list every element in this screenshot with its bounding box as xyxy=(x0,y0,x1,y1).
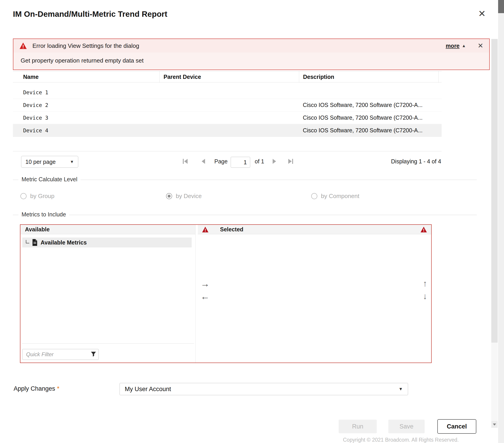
column-header-description[interactable]: Description xyxy=(299,71,439,82)
table-body: Device 1 Device 2 Cisco IOS Software, 72… xyxy=(13,86,442,137)
radio-icon xyxy=(311,193,317,199)
table-header-row: Name Parent Device Description xyxy=(13,71,442,83)
radio-label: by Component xyxy=(321,193,359,200)
page-of-label: of 1 xyxy=(255,158,264,165)
chevron-down-icon: ▼ xyxy=(398,387,403,392)
previous-page-icon[interactable] xyxy=(198,156,208,166)
tree-item-label: Available Metrics xyxy=(41,239,87,246)
per-page-select[interactable]: 10 per page ▼ xyxy=(21,156,78,168)
move-down-button[interactable]: ↓ xyxy=(423,292,427,301)
error-message: Error loading View Settings for the dial… xyxy=(33,42,139,49)
pagination-bar: 10 per page ▼ Page of 1 Displaying 1 - 4… xyxy=(13,151,442,172)
error-detail: Get property operation returned empty da… xyxy=(13,52,489,69)
error-banner-header: Error loading View Settings for the dial… xyxy=(13,39,489,52)
trend-report-dialog: IM On-Demand/Multi-Metric Trend Report ✕… xyxy=(0,0,504,443)
radio-by-component[interactable]: by Component xyxy=(311,193,359,200)
scroll-down-icon xyxy=(493,424,496,426)
radio-selected-icon xyxy=(166,193,172,199)
metrics-dual-list: Available Available Metrics xyxy=(20,224,432,363)
metric-level-fieldset: Metric Calculate Level xyxy=(13,180,477,180)
warning-icon xyxy=(19,42,27,49)
browser-scrollbar-thumb[interactable] xyxy=(498,0,504,13)
warning-icon xyxy=(420,226,427,233)
page-label: Page xyxy=(214,158,228,165)
cell-name: Device 4 xyxy=(13,128,160,134)
error-more-link[interactable]: more xyxy=(446,43,460,49)
filter-funnel-icon[interactable] xyxy=(90,351,96,357)
quick-filter-input[interactable] xyxy=(22,349,99,360)
quick-filter xyxy=(22,349,99,360)
cell-name: Device 2 xyxy=(13,102,160,108)
required-asterisk: * xyxy=(57,385,59,392)
available-panel-header: Available xyxy=(20,225,195,234)
browser-scrollbar-track[interactable] xyxy=(498,0,504,443)
copyright-text: Copyright © 2021 Broadcom. All Rights Re… xyxy=(343,437,493,443)
apply-changes-text: Apply Changes xyxy=(14,385,55,392)
radio-label: by Group xyxy=(30,193,54,200)
metric-level-legend: Metric Calculate Level xyxy=(18,176,81,183)
available-metrics-tree-item[interactable]: Available Metrics xyxy=(22,238,192,247)
metrics-fieldset: Metrics to Include xyxy=(13,215,477,215)
run-button[interactable]: Run xyxy=(339,420,377,433)
selected-panel-header: Selected xyxy=(198,225,431,234)
radio-label: by Device xyxy=(176,193,202,200)
cell-name: Device 1 xyxy=(13,89,160,95)
cancel-button[interactable]: Cancel xyxy=(437,419,476,434)
screen: IM On-Demand/Multi-Metric Trend Report ✕… xyxy=(0,0,504,443)
radio-by-group[interactable]: by Group xyxy=(20,193,54,200)
page-number-input[interactable] xyxy=(231,157,250,168)
cell-description: Cisco IOS Software, 7200 Software (C7200… xyxy=(299,127,442,134)
column-header-name[interactable]: Name xyxy=(13,74,160,80)
page-title: IM On-Demand/Multi-Metric Trend Report xyxy=(13,10,167,18)
column-header-parent-device[interactable]: Parent Device xyxy=(160,71,299,82)
per-page-value: 10 per page xyxy=(25,159,70,165)
available-title: Available xyxy=(25,226,50,233)
document-icon xyxy=(32,239,37,246)
scroll-down-button[interactable] xyxy=(491,421,498,428)
last-page-icon[interactable] xyxy=(286,156,296,166)
dialog-close-icon[interactable]: ✕ xyxy=(478,9,486,18)
cell-description: Cisco IOS Software, 7200 Software (C7200… xyxy=(299,102,442,108)
metrics-legend: Metrics to Include xyxy=(18,211,69,218)
apply-changes-value: My User Account xyxy=(125,386,398,393)
selected-panel: Selected → ← ↑ ↓ xyxy=(198,225,431,363)
error-banner: Error loading View Settings for the dial… xyxy=(13,38,490,70)
collapse-caret-icon[interactable]: ▲ xyxy=(462,44,466,48)
dialog-scrollbar-thumb[interactable] xyxy=(491,39,498,343)
chevron-down-icon: ▼ xyxy=(70,159,74,164)
displaying-status: Displaying 1 - 4 of 4 xyxy=(391,158,441,165)
table-row[interactable]: Device 1 xyxy=(13,86,442,99)
apply-changes-label: Apply Changes* xyxy=(14,385,59,392)
cell-name: Device 3 xyxy=(13,115,160,121)
radio-icon xyxy=(20,193,27,199)
table-row-highlighted[interactable]: Device 4 Cisco IOS Software, 7200 Softwa… xyxy=(13,124,442,137)
divider xyxy=(22,343,194,343)
move-up-button[interactable]: ↑ xyxy=(423,279,427,288)
move-left-button[interactable]: ← xyxy=(200,292,210,301)
warning-icon xyxy=(202,226,209,233)
table-row[interactable]: Device 2 Cisco IOS Software, 7200 Softwa… xyxy=(13,99,442,111)
selected-title: Selected xyxy=(220,226,243,233)
first-page-icon[interactable] xyxy=(180,156,190,166)
device-table: Name Parent Device Description Device 1 … xyxy=(13,71,442,137)
radio-by-device[interactable]: by Device xyxy=(166,193,202,200)
available-panel: Available Available Metrics xyxy=(20,225,196,363)
apply-changes-select[interactable]: My User Account ▼ xyxy=(120,383,408,395)
tree-branch-icon xyxy=(26,240,29,243)
cell-description: Cisco IOS Software, 7200 Software (C7200… xyxy=(299,114,442,121)
error-close-icon[interactable]: ✕ xyxy=(478,42,483,49)
save-button[interactable]: Save xyxy=(388,420,425,433)
move-right-button[interactable]: → xyxy=(200,279,210,288)
next-page-icon[interactable] xyxy=(269,156,279,166)
table-row[interactable]: Device 3 Cisco IOS Software, 7200 Softwa… xyxy=(13,111,442,124)
